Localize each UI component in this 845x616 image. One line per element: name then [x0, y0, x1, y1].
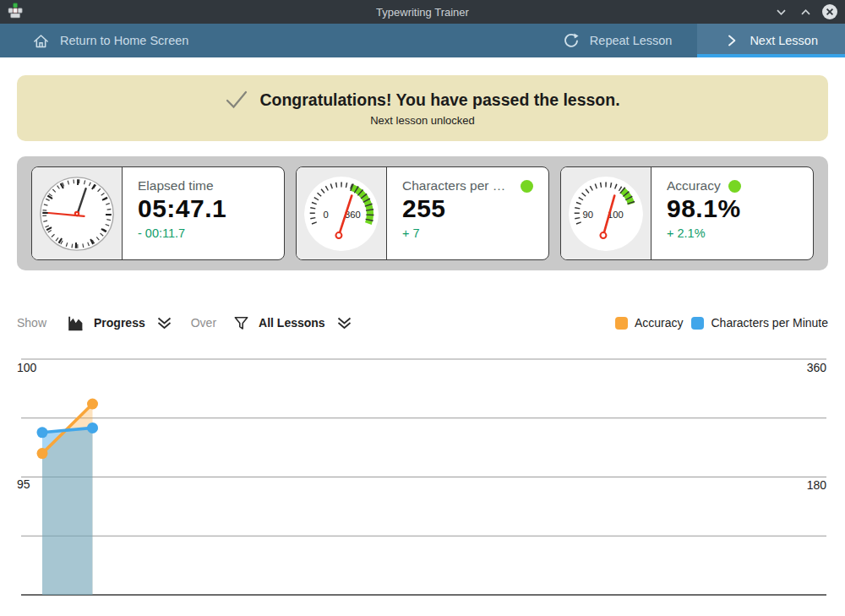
legend-label: Accuracy	[635, 316, 684, 330]
minimize-button[interactable]	[772, 3, 789, 20]
stat-delta: + 7	[402, 226, 533, 240]
left-axis-tick-100: 100	[17, 361, 36, 374]
repeat-lesson-button[interactable]: Repeat Lesson	[548, 24, 688, 57]
right-axis-tick-360: 360	[807, 361, 826, 374]
return-home-button[interactable]: Return to Home Screen	[0, 24, 204, 57]
close-button[interactable]	[821, 3, 838, 20]
chart-controls: Show Progress Over All Lessons Accuracy …	[17, 309, 828, 336]
metric-selector[interactable]: Progress	[67, 314, 174, 332]
gauge-min-label: 90	[582, 210, 593, 220]
return-home-label: Return to Home Screen	[60, 34, 188, 47]
lesson-filter-selector[interactable]: All Lessons	[233, 314, 354, 331]
double-chevron-down-icon	[155, 314, 174, 331]
elapsed-time-card: Elapsed time 05:47.1 - 00:11.7	[31, 166, 285, 260]
stat-value: 05:47.1	[138, 194, 226, 223]
home-icon	[32, 32, 50, 50]
window-title: Typewriting Trainer	[0, 6, 845, 19]
show-label: Show	[17, 316, 46, 330]
cpm-card: 0 360 Characters per Min... 255 + 7	[296, 166, 549, 260]
repeat-lesson-label: Repeat Lesson	[590, 34, 673, 47]
legend-item-accuracy: Accuracy	[615, 316, 684, 330]
stat-label: Elapsed time	[138, 178, 214, 194]
over-label: Over	[191, 316, 216, 330]
gauge-min-label: 0	[324, 210, 329, 220]
filter-icon	[233, 315, 249, 331]
improvement-badge	[521, 180, 533, 193]
stat-value: 98.1%	[667, 194, 741, 223]
clock-icon	[32, 167, 123, 259]
stat-label: Characters per Min...	[402, 178, 513, 194]
legend-label: Characters per Minute	[711, 316, 828, 330]
stat-label: Accuracy	[667, 178, 721, 194]
stat-value: 255	[402, 194, 533, 223]
accuracy-card: 90 100 Accuracy 98.1% + 2.1%	[560, 166, 814, 260]
chevron-right-icon	[724, 33, 739, 48]
chevron-down-icon	[775, 6, 788, 19]
refresh-icon	[563, 32, 580, 49]
success-banner: Congratulations! You have passed the les…	[17, 75, 828, 141]
lesson-filter-value: All Lessons	[259, 316, 325, 330]
double-chevron-down-icon	[335, 314, 354, 331]
stat-delta: - 00:11.7	[138, 226, 226, 240]
maximize-button[interactable]	[797, 3, 814, 20]
stat-delta: + 2.1%	[667, 226, 741, 240]
area-chart-icon	[67, 314, 84, 332]
right-axis-tick-180: 180	[807, 478, 826, 492]
stats-panel: Elapsed time 05:47.1 - 00:11.7 0 360 Cha…	[17, 156, 828, 270]
accuracy-swatch	[615, 317, 628, 330]
close-icon	[821, 3, 838, 20]
cpm-swatch	[691, 317, 704, 330]
check-icon	[225, 90, 248, 110]
legend-item-cpm: Characters per Minute	[691, 316, 828, 330]
window-titlebar: Typewriting Trainer	[0, 0, 845, 24]
accuracy-gauge-icon: 90 100	[561, 167, 651, 259]
chart-legend: Accuracy Characters per Minute	[615, 316, 828, 330]
banner-title: Congratulations! You have passed the les…	[259, 90, 619, 110]
left-axis-tick-95: 95	[17, 477, 30, 491]
improvement-badge	[728, 180, 741, 193]
navigation-bar: Return to Home Screen Repeat Lesson Next…	[0, 24, 845, 57]
metric-selector-value: Progress	[94, 316, 145, 330]
banner-subtitle: Next lesson unlocked	[370, 114, 475, 127]
chevron-up-icon	[799, 6, 812, 19]
speed-gauge-icon: 0 360	[297, 167, 387, 259]
next-lesson-button[interactable]: Next Lesson	[697, 24, 845, 57]
next-lesson-label: Next Lesson	[750, 34, 818, 47]
